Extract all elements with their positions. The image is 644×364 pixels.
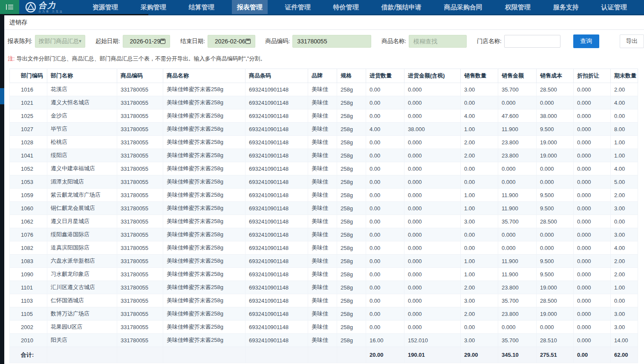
table-cell: 铜仁麒龙会展城店 — [47, 202, 117, 215]
table-cell: 0.00 — [611, 109, 638, 123]
nav-item[interactable]: 认证管理 — [596, 0, 632, 14]
table-cell: 0.000 — [404, 136, 461, 149]
table-cell: 0.000 — [404, 294, 461, 307]
table-cell: 美味佳 — [308, 109, 337, 123]
table-cell: 松桃店 — [47, 136, 117, 149]
table-cell: 0.000 — [574, 268, 611, 281]
table-cell: 258g — [337, 294, 366, 307]
table-cell: 1105 — [10, 307, 47, 321]
table-cell: 1103 — [10, 294, 47, 307]
table-cell: 5.00 — [611, 175, 638, 189]
app-logo: 合力 合为贵 力无边 — [25, 1, 64, 13]
start-date-input[interactable]: 2026-01-29 — [123, 35, 170, 48]
table-cell: 0.000 — [574, 189, 611, 202]
table-cell: 0.000 — [404, 189, 461, 202]
table-row: 1101汇川区遵义古城店331780055美味佳蜂蜜芥末酱258g6932410… — [10, 281, 638, 294]
table-cell: 绥阳鑫港国际店 — [47, 228, 117, 241]
table-cell: 0.000 — [537, 175, 574, 189]
table-cell: 0.000 — [404, 268, 461, 281]
table-cell: 258g — [337, 334, 366, 347]
total-cell — [337, 347, 366, 363]
report-type-value: 按部门商品汇总 — [39, 37, 79, 45]
table-cell: 汇川区遵义古城店 — [47, 281, 117, 294]
table-cell: 0.00 — [611, 294, 638, 307]
export-button[interactable]: 导出 — [620, 34, 644, 48]
table-cell: 2.00 — [611, 268, 638, 281]
nav-item[interactable]: 报表管理 — [232, 0, 268, 14]
store-name-input[interactable] — [504, 35, 560, 48]
column-header: 期末数量 — [611, 69, 638, 83]
table-cell: 美味佳 — [308, 215, 337, 228]
report-table-wrap: 部门编码部门名称商品编码商品名称商品条码品牌规格进货数量进货金额(含税)销售数量… — [9, 69, 644, 363]
note-prefix: 注: — [8, 55, 15, 62]
table-cell: 258g — [337, 321, 366, 334]
table-cell: 331780055 — [117, 294, 163, 307]
table-cell: 0.000 — [498, 241, 537, 255]
table-cell: 6932410901148 — [245, 255, 308, 268]
nav-item[interactable]: 资源管理 — [87, 0, 123, 14]
table-cell: 6932410901148 — [245, 202, 308, 215]
nav-item[interactable]: 结算管理 — [184, 0, 219, 14]
tab-inventory-report[interactable]: 进销存 — [4, 19, 27, 26]
nav-item[interactable]: 证件管理 — [280, 0, 316, 14]
table-cell: 1090 — [10, 268, 47, 281]
end-date-input[interactable]: 2026-02-06 — [208, 35, 255, 48]
table-cell: 0.00 — [366, 175, 404, 189]
table-cell: 1082 — [10, 241, 47, 255]
table-cell: 美味佳 — [308, 136, 337, 149]
table-cell: 258g — [337, 123, 366, 136]
nav-item[interactable]: 权限管理 — [500, 0, 536, 14]
table-cell: 6932410901148 — [245, 228, 308, 241]
collapse-sidebar-icon — [6, 4, 13, 10]
collapse-sidebar-button[interactable] — [0, 0, 19, 14]
query-button[interactable]: 查询 — [573, 34, 599, 48]
table-cell: 0.00 — [366, 83, 404, 96]
nav-item[interactable]: 商品采购合同 — [439, 0, 488, 14]
table-cell: 美味佳蜂蜜芥末酱258g — [163, 281, 245, 294]
table-cell: 美味佳 — [308, 268, 337, 281]
nav-item[interactable]: 服务支持 — [548, 0, 584, 14]
table-cell: 0.000 — [498, 96, 537, 109]
table-cell: 0.000 — [574, 83, 611, 96]
table-cell: 2.00 — [461, 281, 498, 294]
table-cell: 美味佳蜂蜜芥末酱258g — [163, 175, 245, 189]
table-cell: 8.00 — [611, 123, 638, 136]
nav-item[interactable]: 借款/预结申请 — [376, 0, 427, 14]
table-cell: 28.500 — [537, 215, 574, 228]
table-cell: 331780055 — [117, 202, 163, 215]
table-cell: 331780055 — [117, 241, 163, 255]
table-cell: 0.000 — [537, 241, 574, 255]
table-cell: 0.000 — [574, 255, 611, 268]
table-cell: 258g — [337, 215, 366, 228]
table-cell: 2.00 — [611, 255, 638, 268]
table-cell: 美味佳 — [308, 123, 337, 136]
nav-item[interactable]: 特价管理 — [328, 0, 364, 14]
start-date-value: 2026-01-29 — [130, 38, 161, 45]
table-cell: 331780055 — [117, 109, 163, 123]
table-cell: 2002 — [10, 321, 47, 334]
table-cell: 0.000 — [404, 175, 461, 189]
table-cell: 数博万达广场店 — [47, 307, 117, 321]
table-cell: 0.000 — [404, 162, 461, 175]
table-cell: 6932410901148 — [245, 149, 308, 162]
table-cell: 0.000 — [537, 228, 574, 241]
logo-tagline: 合为贵 力无边 — [38, 10, 64, 13]
table-cell: 美味佳蜂蜜芥末酱258g — [163, 83, 245, 96]
column-header: 销售金额 — [498, 69, 537, 83]
collapsed-sidebar[interactable] — [0, 15, 4, 364]
product-code-input[interactable] — [292, 35, 371, 48]
note-bar: 注:导出文件分部门汇总、商品汇总、部门商品汇总三个表，不需分开导出。输入多个商品… — [4, 52, 644, 67]
table-cell: 258g — [337, 162, 366, 175]
nav-item[interactable]: 采购管理 — [136, 0, 171, 14]
main-content: 进销存 报表陈列: 按部门商品汇总 ▾ 起始日期: 2026-01-29 结束日… — [4, 15, 644, 364]
table-cell: 0.00 — [366, 321, 404, 334]
table-cell: 1101 — [10, 281, 47, 294]
table-cell: 0.000 — [574, 175, 611, 189]
table-cell: 0.000 — [404, 281, 461, 294]
report-type-select[interactable]: 按部门商品汇总 ▾ — [35, 35, 85, 48]
product-name-input[interactable] — [409, 35, 467, 48]
table-cell: 2.00 — [461, 149, 498, 162]
table-cell: 遵义大恒名城店 — [47, 96, 117, 109]
total-cell: 合计: — [10, 347, 47, 363]
table-cell: 0.00 — [366, 268, 404, 281]
